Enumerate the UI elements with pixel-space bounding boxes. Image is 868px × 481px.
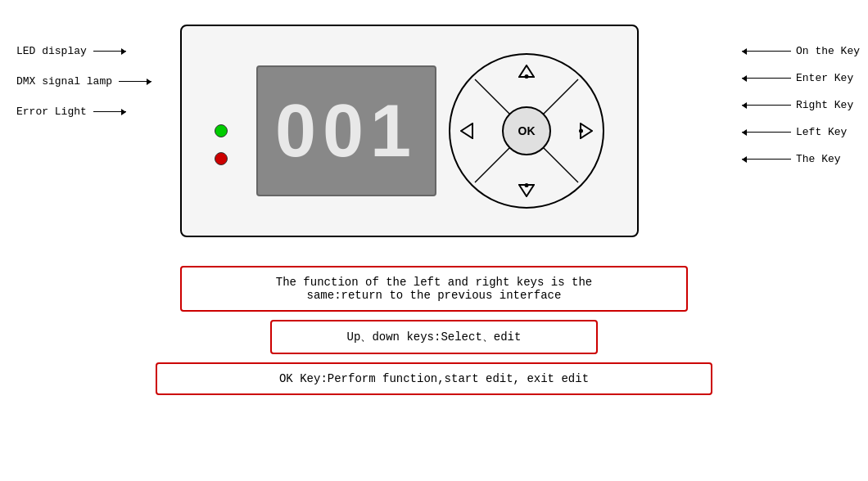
dmx-signal-dot	[215, 124, 228, 137]
the-key-label: The Key	[796, 153, 841, 165]
bottom-area: The function of the left and right keys …	[0, 266, 868, 395]
svg-marker-3	[519, 185, 534, 196]
right-key-line	[742, 105, 791, 106]
led-display-label: LED display	[16, 45, 87, 57]
info-box-1-line2: same:return to the previous interface	[198, 289, 670, 302]
led-number: 001	[275, 89, 418, 173]
info-box-2-text: Up、down keys:Select、edit	[347, 330, 522, 344]
error-light-label-row: Error Light	[16, 106, 151, 118]
left-key-line	[742, 132, 791, 133]
arrow-right-button[interactable]	[580, 123, 593, 139]
dmx-signal-label: DMX signal lamp	[16, 75, 112, 88]
left-key-row: Left Key	[742, 126, 860, 138]
error-light-dot	[215, 152, 228, 165]
right-key-row: Right Key	[742, 99, 860, 111]
control-wheel: OK	[449, 53, 604, 209]
arrow-down-button[interactable]	[518, 184, 535, 197]
left-key-label: Left Key	[796, 126, 847, 138]
arrow-left-button[interactable]	[460, 123, 473, 139]
led-display-line	[93, 51, 126, 52]
led-display: 001	[256, 65, 436, 196]
info-box-3: OK Key:Perform function,start edit, exit…	[156, 362, 712, 395]
on-the-key-label: On the Key	[796, 45, 860, 57]
on-the-key-row: On the Key	[742, 45, 860, 57]
info-box-2: Up、down keys:Select、edit	[270, 320, 598, 354]
on-the-key-line	[742, 51, 791, 52]
error-light-line	[93, 111, 126, 112]
led-display-label-row: LED display	[16, 45, 151, 57]
error-light-label: Error Light	[16, 106, 87, 118]
device-area: LED display DMX signal lamp Error Light	[0, 0, 868, 262]
the-key-row: The Key	[742, 153, 860, 165]
svg-marker-2	[519, 65, 534, 77]
the-key-line	[742, 159, 791, 160]
enter-key-row: Enter Key	[742, 72, 860, 84]
svg-marker-5	[581, 124, 592, 138]
enter-key-line	[742, 78, 791, 79]
svg-marker-4	[461, 124, 472, 138]
left-labels: LED display DMX signal lamp Error Light	[16, 45, 151, 118]
info-box-1-line1: The function of the left and right keys …	[198, 276, 670, 289]
right-labels: On the Key Enter Key Right Key Left Key …	[742, 45, 860, 165]
device-box: 001	[180, 25, 639, 237]
main-container: LED display DMX signal lamp Error Light	[0, 0, 868, 481]
info-box-1: The function of the left and right keys …	[180, 266, 688, 312]
enter-key-label: Enter Key	[796, 72, 853, 84]
info-box-3-text: OK Key:Perform function,start edit, exit…	[279, 372, 589, 385]
arrow-up-button[interactable]	[518, 65, 535, 78]
ok-button[interactable]: OK	[502, 106, 551, 155]
dmx-signal-label-row: DMX signal lamp	[16, 75, 151, 88]
indicators-area	[215, 80, 228, 165]
right-key-label: Right Key	[796, 99, 853, 111]
dmx-signal-line	[119, 81, 151, 82]
